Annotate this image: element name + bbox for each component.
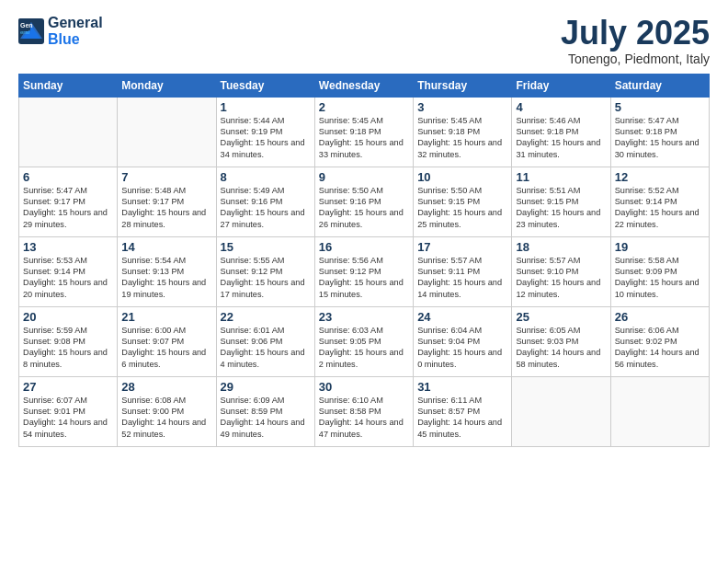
day-info: Sunrise: 5:49 AM Sunset: 9:16 PM Dayligh… xyxy=(221,185,311,231)
table-row: 4Sunrise: 5:46 AM Sunset: 9:18 PM Daylig… xyxy=(512,97,610,167)
location: Tonengo, Piedmont, Italy xyxy=(561,52,710,66)
day-number: 15 xyxy=(221,240,311,254)
day-info: Sunrise: 5:50 AM Sunset: 9:16 PM Dayligh… xyxy=(319,185,409,231)
table-row: 3Sunrise: 5:45 AM Sunset: 9:18 PM Daylig… xyxy=(414,97,512,167)
table-row: 14Sunrise: 5:54 AM Sunset: 9:13 PM Dayli… xyxy=(118,236,216,306)
day-info: Sunrise: 5:58 AM Sunset: 9:09 PM Dayligh… xyxy=(615,255,705,301)
day-number: 10 xyxy=(417,170,507,184)
calendar-week-row: 13Sunrise: 5:53 AM Sunset: 9:14 PM Dayli… xyxy=(19,236,710,306)
day-info: Sunrise: 6:04 AM Sunset: 9:04 PM Dayligh… xyxy=(417,325,507,371)
day-info: Sunrise: 5:47 AM Sunset: 9:17 PM Dayligh… xyxy=(23,185,113,231)
col-monday: Monday xyxy=(118,74,216,97)
table-row: 13Sunrise: 5:53 AM Sunset: 9:14 PM Dayli… xyxy=(19,236,118,306)
table-row: 8Sunrise: 5:49 AM Sunset: 9:16 PM Daylig… xyxy=(216,167,314,236)
day-number: 22 xyxy=(221,310,311,324)
day-info: Sunrise: 6:01 AM Sunset: 9:06 PM Dayligh… xyxy=(221,325,311,371)
day-info: Sunrise: 5:51 AM Sunset: 9:15 PM Dayligh… xyxy=(516,185,606,231)
day-number: 31 xyxy=(417,380,507,394)
day-info: Sunrise: 5:53 AM Sunset: 9:14 PM Dayligh… xyxy=(23,255,113,301)
table-row: 24Sunrise: 6:04 AM Sunset: 9:04 PM Dayli… xyxy=(414,306,512,376)
day-info: Sunrise: 5:45 AM Sunset: 9:18 PM Dayligh… xyxy=(417,115,507,161)
day-info: Sunrise: 5:59 AM Sunset: 9:08 PM Dayligh… xyxy=(23,325,113,371)
day-info: Sunrise: 5:50 AM Sunset: 9:15 PM Dayligh… xyxy=(417,185,507,231)
day-info: Sunrise: 5:57 AM Sunset: 9:10 PM Dayligh… xyxy=(516,255,606,301)
col-saturday: Saturday xyxy=(610,74,709,97)
table-row: 5Sunrise: 5:47 AM Sunset: 9:18 PM Daylig… xyxy=(610,97,709,167)
day-info: Sunrise: 5:47 AM Sunset: 9:18 PM Dayligh… xyxy=(615,115,705,161)
day-number: 19 xyxy=(615,240,705,254)
day-number: 30 xyxy=(319,380,409,394)
day-number: 17 xyxy=(417,240,507,254)
day-number: 23 xyxy=(319,310,409,324)
day-info: Sunrise: 5:45 AM Sunset: 9:18 PM Dayligh… xyxy=(319,115,409,161)
calendar-header-row: Sunday Monday Tuesday Wednesday Thursday… xyxy=(19,74,710,97)
col-wednesday: Wednesday xyxy=(314,74,413,97)
calendar-week-row: 20Sunrise: 5:59 AM Sunset: 9:08 PM Dayli… xyxy=(19,306,710,376)
col-friday: Friday xyxy=(512,74,610,97)
day-info: Sunrise: 6:06 AM Sunset: 9:02 PM Dayligh… xyxy=(615,325,705,371)
table-row: 20Sunrise: 5:59 AM Sunset: 9:08 PM Dayli… xyxy=(19,306,118,376)
table-row xyxy=(118,97,216,167)
day-info: Sunrise: 6:08 AM Sunset: 9:00 PM Dayligh… xyxy=(121,395,211,441)
table-row: 25Sunrise: 6:05 AM Sunset: 9:03 PM Dayli… xyxy=(512,306,610,376)
day-info: Sunrise: 5:44 AM Sunset: 9:19 PM Dayligh… xyxy=(221,115,311,161)
title-block: July 2025 Tonengo, Piedmont, Italy xyxy=(561,15,710,66)
day-number: 5 xyxy=(615,100,705,114)
day-info: Sunrise: 5:48 AM Sunset: 9:17 PM Dayligh… xyxy=(121,185,211,231)
day-number: 9 xyxy=(319,170,409,184)
table-row: 9Sunrise: 5:50 AM Sunset: 9:16 PM Daylig… xyxy=(314,167,413,236)
table-row: 28Sunrise: 6:08 AM Sunset: 9:00 PM Dayli… xyxy=(118,376,216,446)
calendar-week-row: 6Sunrise: 5:47 AM Sunset: 9:17 PM Daylig… xyxy=(19,167,710,236)
header: Gen eral General Blue July 2025 Tonengo,… xyxy=(18,15,710,66)
day-number: 4 xyxy=(516,100,606,114)
table-row: 19Sunrise: 5:58 AM Sunset: 9:09 PM Dayli… xyxy=(610,236,709,306)
table-row: 7Sunrise: 5:48 AM Sunset: 9:17 PM Daylig… xyxy=(118,167,216,236)
table-row xyxy=(19,97,118,167)
table-row: 26Sunrise: 6:06 AM Sunset: 9:02 PM Dayli… xyxy=(610,306,709,376)
table-row: 22Sunrise: 6:01 AM Sunset: 9:06 PM Dayli… xyxy=(216,306,314,376)
day-info: Sunrise: 5:56 AM Sunset: 9:12 PM Dayligh… xyxy=(319,255,409,301)
table-row: 18Sunrise: 5:57 AM Sunset: 9:10 PM Dayli… xyxy=(512,236,610,306)
day-info: Sunrise: 6:11 AM Sunset: 8:57 PM Dayligh… xyxy=(417,395,507,441)
day-number: 12 xyxy=(615,170,705,184)
table-row: 10Sunrise: 5:50 AM Sunset: 9:15 PM Dayli… xyxy=(414,167,512,236)
day-number: 3 xyxy=(417,100,507,114)
day-number: 6 xyxy=(23,170,113,184)
col-sunday: Sunday xyxy=(19,74,118,97)
table-row: 15Sunrise: 5:55 AM Sunset: 9:12 PM Dayli… xyxy=(216,236,314,306)
table-row xyxy=(610,376,709,446)
table-row: 2Sunrise: 5:45 AM Sunset: 9:18 PM Daylig… xyxy=(314,97,413,167)
day-number: 25 xyxy=(516,310,606,324)
day-number: 29 xyxy=(221,380,311,394)
table-row: 1Sunrise: 5:44 AM Sunset: 9:19 PM Daylig… xyxy=(216,97,314,167)
month-year: July 2025 xyxy=(561,15,710,52)
svg-text:eral: eral xyxy=(20,29,29,35)
calendar-week-row: 27Sunrise: 6:07 AM Sunset: 9:01 PM Dayli… xyxy=(19,376,710,446)
table-row: 16Sunrise: 5:56 AM Sunset: 9:12 PM Dayli… xyxy=(314,236,413,306)
table-row: 31Sunrise: 6:11 AM Sunset: 8:57 PM Dayli… xyxy=(414,376,512,446)
calendar-week-row: 1Sunrise: 5:44 AM Sunset: 9:19 PM Daylig… xyxy=(19,97,710,167)
svg-text:Gen: Gen xyxy=(20,22,33,29)
day-number: 8 xyxy=(221,170,311,184)
day-info: Sunrise: 6:10 AM Sunset: 8:58 PM Dayligh… xyxy=(319,395,409,441)
day-number: 11 xyxy=(516,170,606,184)
table-row: 21Sunrise: 6:00 AM Sunset: 9:07 PM Dayli… xyxy=(118,306,216,376)
day-number: 2 xyxy=(319,100,409,114)
day-info: Sunrise: 6:05 AM Sunset: 9:03 PM Dayligh… xyxy=(516,325,606,371)
day-number: 20 xyxy=(23,310,113,324)
day-number: 13 xyxy=(23,240,113,254)
day-info: Sunrise: 5:46 AM Sunset: 9:18 PM Dayligh… xyxy=(516,115,606,161)
day-number: 28 xyxy=(121,380,211,394)
day-number: 21 xyxy=(121,310,211,324)
table-row: 27Sunrise: 6:07 AM Sunset: 9:01 PM Dayli… xyxy=(19,376,118,446)
day-info: Sunrise: 6:09 AM Sunset: 8:59 PM Dayligh… xyxy=(221,395,311,441)
day-number: 1 xyxy=(221,100,311,114)
day-info: Sunrise: 5:57 AM Sunset: 9:11 PM Dayligh… xyxy=(417,255,507,301)
page-container: Gen eral General Blue July 2025 Tonengo,… xyxy=(0,0,728,456)
day-number: 18 xyxy=(516,240,606,254)
table-row: 6Sunrise: 5:47 AM Sunset: 9:17 PM Daylig… xyxy=(19,167,118,236)
table-row xyxy=(512,376,610,446)
day-info: Sunrise: 5:55 AM Sunset: 9:12 PM Dayligh… xyxy=(221,255,311,301)
day-info: Sunrise: 6:03 AM Sunset: 9:05 PM Dayligh… xyxy=(319,325,409,371)
col-tuesday: Tuesday xyxy=(216,74,314,97)
